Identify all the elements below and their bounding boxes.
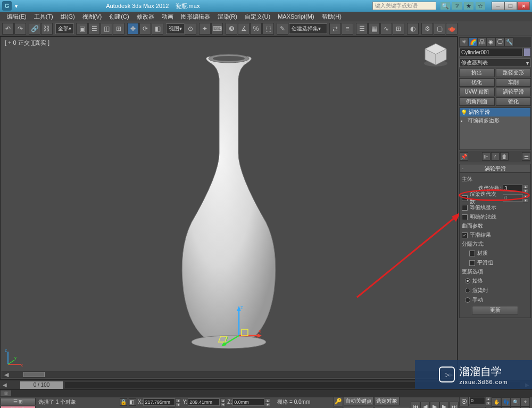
update-manual-radio[interactable] [465, 297, 470, 303]
dropdown-icon[interactable]: ▾ [15, 3, 18, 9]
pin-stack-button[interactable]: 📌 [460, 152, 468, 161]
explicit-normals-check[interactable] [462, 214, 468, 220]
z-coord-field[interactable]: 0.0mm [232, 398, 264, 406]
mod-taper[interactable]: 锥化 [496, 97, 531, 106]
key-step-button[interactable]: ⦿ [459, 397, 469, 406]
selection-filter[interactable]: 全部 ▾ [55, 23, 74, 34]
mod-optimize[interactable]: 优化 [459, 78, 495, 87]
edit-selset-button[interactable]: ✎ [277, 23, 288, 35]
named-selset[interactable]: 创建选择集 ▾ [289, 23, 327, 34]
mod-extrude[interactable]: 挤出 [459, 69, 495, 77]
y-coord-field[interactable]: 289.41mm [188, 398, 220, 406]
menu-maxscript[interactable]: MAXScript(M) [274, 13, 318, 20]
fov-button[interactable]: ⌖ [520, 397, 530, 406]
mod-uvwmap[interactable]: UVW 贴图 [459, 88, 495, 96]
schematic-button[interactable]: ⊞ [393, 23, 404, 35]
current-frame-field[interactable]: 0 [469, 397, 485, 404]
percent-snap-button[interactable]: % [250, 23, 262, 35]
play-button[interactable]: ▶ [430, 402, 439, 408]
stack-item-turbosmooth[interactable]: 💡 涡轮平滑 [460, 108, 530, 116]
close-button[interactable]: ✕ [517, 2, 530, 10]
next-frame-button[interactable]: ▶ [439, 402, 449, 408]
autokey-button[interactable]: 自动关键点 [344, 397, 373, 405]
render-frame-button[interactable]: ▢ [434, 23, 445, 35]
goto-end-button[interactable]: ⏭ [449, 402, 459, 408]
lightbulb-icon[interactable]: 💡 [461, 110, 467, 115]
menu-view[interactable]: 视图(V) [79, 13, 106, 21]
star-icon[interactable]: ★ [464, 2, 473, 10]
z-spin[interactable]: ▲▼ [265, 398, 270, 406]
viewport-label[interactable]: [ + 0 正交 ][真实 ] [5, 39, 49, 47]
render-iters-check[interactable] [462, 195, 468, 201]
help-icon[interactable]: ? [452, 2, 462, 10]
update-render-radio[interactable] [465, 288, 470, 293]
render-button[interactable]: 🫖 [446, 23, 458, 35]
pivot-button[interactable]: ⊙ [185, 23, 196, 35]
menu-modifiers[interactable]: 修改器 [133, 13, 158, 21]
pan-button[interactable]: ✋ [492, 397, 501, 406]
modifier-stack[interactable]: 💡 涡轮平滑 ▪ 可编辑多边形 [459, 107, 531, 150]
lock-selection-button[interactable]: 🔒 [120, 398, 127, 406]
iterations-spinbtns[interactable]: ▲▼ [523, 185, 528, 192]
material-editor-button[interactable]: ◐ [407, 23, 419, 35]
refcoord-dropdown[interactable]: 视图 ▾ [166, 23, 185, 34]
scale-button[interactable]: ◧ [152, 23, 163, 35]
menu-help[interactable]: 帮助(H) [318, 13, 345, 21]
render-iters-spinbtns[interactable]: ▲▼ [523, 194, 528, 202]
viewport[interactable]: [ + 0 正交 ][真实 ] z [0, 36, 458, 380]
make-unique-button[interactable]: ⫯ [491, 152, 500, 161]
render-setup-button[interactable]: ⚙ [421, 23, 433, 35]
menu-tools[interactable]: 工具(T) [30, 13, 57, 21]
curve-editor-button[interactable]: ∿ [380, 23, 392, 35]
iterations-spinner[interactable]: 3 [503, 185, 523, 192]
transform-gizmo[interactable]: z x y [215, 304, 263, 352]
menu-create[interactable]: 创建(C) [105, 13, 132, 21]
show-end-result-button[interactable]: ⊪ [482, 152, 491, 161]
render-iters-spinner[interactable]: 0 [503, 194, 523, 202]
move-button[interactable]: ✥ [127, 23, 139, 35]
maximize-button[interactable]: ☐ [504, 2, 517, 10]
mod-bevelprofile[interactable]: 倒角剖面 [459, 97, 495, 106]
window-crossing-button[interactable]: ⊞ [113, 23, 124, 35]
utilities-tab[interactable]: 🔧 [504, 37, 513, 46]
object-color[interactable] [523, 48, 531, 56]
mod-lathe[interactable]: 车削 [496, 78, 531, 87]
x-spin[interactable]: ▲▼ [176, 398, 181, 406]
viewport-scrollbar[interactable]: ◀ ▶ [2, 371, 456, 378]
goto-start-button[interactable]: ⏮ [411, 402, 420, 408]
rollout-header[interactable]: - 涡轮平滑 [460, 164, 530, 173]
prev-frame-button[interactable]: ◀ [420, 402, 430, 408]
link-button[interactable]: 🔗 [29, 23, 40, 35]
object-name-field[interactable]: Cylinder001 [459, 48, 522, 56]
x-coord-field[interactable]: 217.795mm [143, 398, 175, 406]
stack-item-editpoly[interactable]: ▪ 可编辑多边形 [460, 116, 530, 125]
menu-grapheditors[interactable]: 图形编辑器 [177, 13, 214, 21]
search-input[interactable]: 键入关键字或短语 [372, 2, 436, 10]
angle-snap-button[interactable]: ∡ [238, 23, 250, 35]
y-spin[interactable]: ▲▼ [220, 398, 226, 406]
select-name-button[interactable]: ☰ [88, 23, 100, 35]
redo-button[interactable]: ↷ [14, 23, 26, 35]
minimize-button[interactable]: ─ [492, 2, 504, 10]
mirror-button[interactable]: ⇄ [329, 23, 341, 35]
display-tab[interactable]: 🖵 [495, 37, 504, 46]
align-button[interactable]: ≡ [342, 23, 353, 35]
selset-button[interactable]: 选定对象 [374, 397, 400, 405]
menu-customize[interactable]: 自定义(U) [241, 13, 274, 21]
layer-button[interactable]: ☰ [356, 23, 368, 35]
material-check[interactable] [469, 251, 475, 256]
trackbar-toggle[interactable]: ⊞ [0, 390, 12, 397]
unlink-button[interactable]: ⛓ [41, 23, 53, 35]
select-button[interactable]: ▣ [76, 23, 88, 35]
graphite-button[interactable]: ▦ [368, 23, 380, 35]
spinner-snap-button[interactable]: ⬚ [262, 23, 274, 35]
frame-spin[interactable]: ▲▼ [486, 397, 491, 404]
remove-modifier-button[interactable]: 🗑 [500, 152, 509, 161]
zoom-button[interactable]: 🔍 [511, 397, 520, 406]
menu-animation[interactable]: 动画 [158, 13, 177, 21]
modifier-list-dropdown[interactable]: 修改器列表▾ [459, 59, 531, 67]
track-bar[interactable]: ⊞ [0, 389, 532, 397]
menu-rendering[interactable]: 渲染(R) [214, 13, 241, 21]
menu-group[interactable]: 组(G) [57, 13, 79, 21]
mod-turbosmooth[interactable]: 涡轮平滑 [496, 88, 531, 96]
